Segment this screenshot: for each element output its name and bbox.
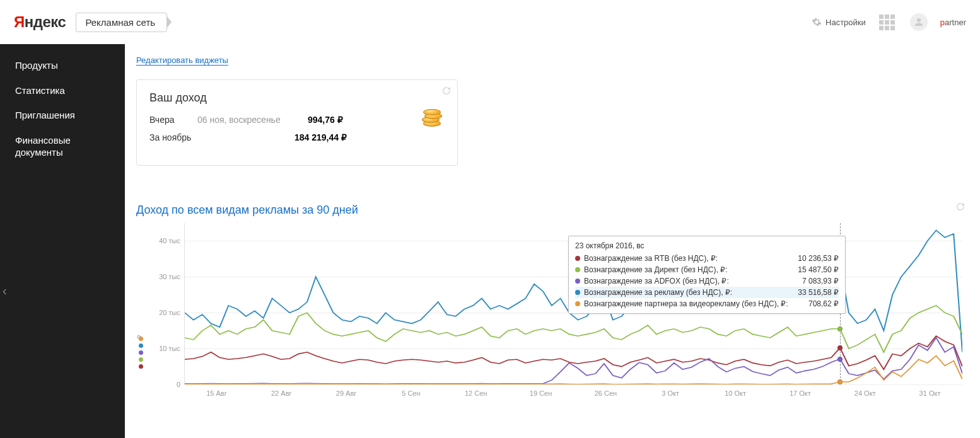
y-tick-label: 30 тыс: [159, 273, 180, 280]
income-title: Ваш доход: [149, 91, 445, 105]
hover-point: [837, 326, 843, 331]
legend-dot: [139, 357, 143, 362]
legend-dots: [139, 337, 143, 369]
tooltip-dot: [575, 267, 580, 272]
x-tick-label: 26 Сен: [573, 389, 638, 397]
x-tick-label: 10 Окт: [703, 389, 768, 397]
sidebar-collapse-icon[interactable]: ‹: [3, 284, 7, 298]
x-tick-label: 24 Окт: [832, 389, 897, 397]
tooltip-row: Вознаграждение за RTB (без НДС), ₽:10 23…: [575, 253, 839, 264]
y-tick-label: 0: [177, 381, 180, 388]
sidebar-item-invitations[interactable]: Приглашения: [0, 103, 125, 128]
x-tick-label: 5 Сен: [378, 389, 443, 397]
logo[interactable]: Яндекс: [14, 13, 66, 31]
apps-grid-icon[interactable]: [878, 14, 897, 31]
income-widget: Ваш доход Вчера 06 ноя, воскресенье 994,…: [136, 79, 458, 166]
x-tick-label: 3 Окт: [638, 389, 703, 397]
sidebar-item-products[interactable]: Продукты: [0, 53, 125, 78]
tooltip-row: Вознаграждение за рекламу (без НДС), ₽:3…: [575, 287, 839, 298]
income-row: Вчера 06 ноя, воскресенье 994,76 ₽: [149, 115, 445, 125]
user-icon: [913, 16, 925, 28]
x-tick-label: 19 Сен: [508, 389, 573, 397]
settings-link[interactable]: Настройки: [812, 17, 866, 27]
hover-point: [837, 379, 843, 384]
y-tick-label: 20 тыс: [159, 309, 180, 316]
chart-widget: Доход по всем видам рекламы за 90 дней ₽…: [136, 204, 962, 397]
logo-rest: ндекс: [25, 13, 66, 30]
service-tag[interactable]: Рекламная сеть: [76, 13, 167, 32]
sidebar-item-label: Финансовые документы: [15, 135, 71, 158]
tooltip-series-name: Вознаграждение за RTB (без НДС), ₽:: [584, 254, 798, 263]
coins-icon: [421, 108, 443, 130]
tooltip-series-value: 15 487,50 ₽: [798, 265, 839, 274]
header-right: Настройки partner: [812, 13, 966, 31]
tooltip-series-name: Вознаграждение за Директ (без НДС), ₽:: [584, 265, 798, 274]
tooltip-date: 23 октября 2016, вс: [575, 241, 839, 250]
settings-label: Настройки: [825, 18, 866, 27]
service-label: Рекламная сеть: [85, 17, 155, 28]
income-label: Вчера: [149, 115, 185, 125]
income-row: За ноябрь 184 219,44 ₽: [149, 132, 445, 142]
content: Редактировать виджеты Ваш доход Вчера 06…: [125, 44, 980, 438]
x-tick-label: 29 Авг: [314, 389, 379, 397]
tooltip-row: Вознаграждение партнера за видеорекламу …: [575, 298, 839, 309]
logo-letter: Я: [14, 13, 25, 30]
tooltip-series-name: Вознаграждение за рекламу (без НДС), ₽:: [584, 288, 798, 297]
tooltip-series-value: 708,62 ₽: [808, 299, 839, 308]
sidebar-item-label: Статистика: [15, 85, 65, 96]
header: Яндекс Рекламная сеть Настройки partner: [0, 0, 980, 44]
chart-title[interactable]: Доход по всем видам рекламы за 90 дней: [136, 204, 962, 217]
edit-widgets-link[interactable]: Редактировать виджеты: [136, 55, 228, 66]
legend-dot: [139, 350, 143, 355]
tooltip-series-value: 10 236,53 ₽: [798, 254, 839, 263]
legend-dot: [139, 343, 143, 348]
refresh-icon[interactable]: [442, 86, 451, 97]
refresh-icon[interactable]: [956, 202, 965, 213]
x-tick-label: 12 Сен: [443, 389, 508, 397]
tooltip-series-value: 33 516,58 ₽: [798, 288, 839, 297]
income-value: 184 219,44 ₽: [295, 132, 347, 142]
y-tick-label: 10 тыс: [159, 345, 180, 352]
sidebar-item-label: Продукты: [15, 60, 58, 71]
tooltip-series-value: 7 083,93 ₽: [802, 277, 839, 285]
sidebar-item-finance[interactable]: Финансовые документы: [0, 128, 125, 165]
tooltip-dot: [575, 279, 580, 284]
x-tick-label: 15 Авг: [184, 389, 249, 397]
legend-dot: [139, 337, 143, 341]
chart-tooltip: 23 октября 2016, вс Вознаграждение за RT…: [568, 236, 846, 314]
tooltip-dot: [575, 256, 580, 261]
legend-dot: [139, 364, 143, 369]
income-value: 994,76 ₽: [308, 115, 343, 125]
tooltip-dot: [575, 301, 580, 306]
hover-point: [837, 345, 843, 350]
tooltip-row: Вознаграждение за Директ (без НДС), ₽:15…: [575, 264, 839, 275]
tooltip-series-name: Вознаграждение партнера за видеорекламу …: [584, 299, 808, 308]
hover-point: [837, 357, 843, 362]
x-tick-label: 22 Авг: [249, 389, 314, 397]
tooltip-dot: [575, 290, 580, 295]
income-label: За ноябрь: [149, 132, 295, 142]
x-tick-label: 17 Окт: [767, 389, 832, 397]
sidebar-item-statistics[interactable]: Статистика: [0, 78, 125, 103]
username-rest: artner: [945, 18, 966, 27]
y-tick-label: 40 тыс: [159, 237, 180, 245]
income-date: 06 ноя, воскресенье: [197, 115, 308, 125]
avatar[interactable]: [910, 13, 928, 31]
username[interactable]: partner: [940, 18, 966, 27]
tooltip-series-name: Вознаграждение за ADFOX (без НДС), ₽:: [584, 277, 802, 285]
x-tick-label: 31 Окт: [897, 389, 962, 397]
sidebar-item-label: Приглашения: [15, 110, 75, 120]
username-prefix: p: [940, 18, 945, 27]
tooltip-row: Вознаграждение за ADFOX (без НДС), ₽:7 0…: [575, 275, 839, 287]
sidebar: Продукты Статистика Приглашения Финансов…: [0, 44, 125, 438]
gear-icon: [812, 17, 822, 27]
chart-area[interactable]: ₽ 010 тыс20 тыс30 тыс40 тыс 23 октября 2…: [136, 223, 962, 384]
